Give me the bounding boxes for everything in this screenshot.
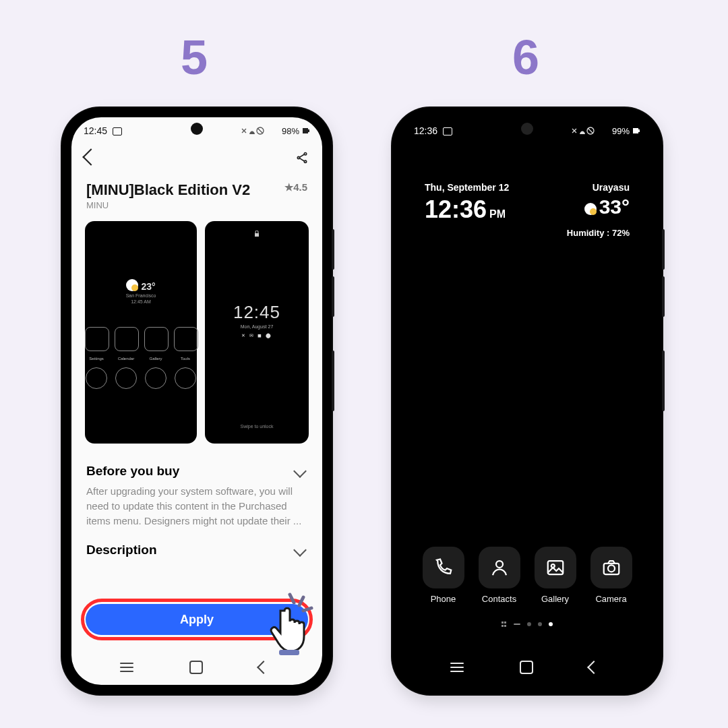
nav-recents[interactable]	[120, 663, 133, 672]
phone-step5: 12:45 98% [	[62, 108, 332, 694]
step-number-6: 6	[512, 30, 539, 85]
power-button	[662, 351, 665, 411]
svg-point-18	[608, 565, 615, 572]
svg-point-3	[304, 153, 306, 155]
nav-bar	[402, 650, 653, 685]
picture-icon	[113, 127, 122, 135]
city: San Francisco	[126, 293, 156, 298]
svg-line-8	[299, 597, 303, 605]
mini-apps: SettingsCalendarGalleryTools	[85, 327, 197, 361]
page-indicator[interactable]	[402, 621, 653, 627]
clock-widget[interactable]: Thu, September 12 12:36PM	[425, 182, 509, 238]
app-gallery[interactable]: Gallery	[535, 547, 576, 604]
dock: Phone Contacts Gallery Camera	[402, 547, 653, 604]
home-indicator	[514, 624, 520, 625]
share-icon[interactable]	[295, 151, 309, 168]
ampm-label: PM	[489, 208, 506, 220]
temp-label: 33°	[599, 195, 630, 218]
gallery-icon	[545, 557, 566, 578]
notif-icons: ✕ ✉ ◼ ⬤	[241, 333, 272, 338]
app-contacts[interactable]: Contacts	[479, 547, 520, 604]
battery-pct: 98%	[282, 126, 299, 136]
before-you-buy-title: Before you buy	[86, 464, 179, 479]
step-number-5: 5	[181, 30, 208, 85]
page-dot-active	[549, 622, 553, 626]
mini-dock	[86, 367, 196, 389]
nav-back[interactable]	[257, 661, 270, 674]
nav-recents[interactable]	[450, 663, 464, 672]
svg-rect-2	[308, 129, 309, 132]
svg-line-7	[290, 595, 294, 603]
picture-icon	[443, 127, 452, 135]
front-camera	[191, 123, 203, 135]
apply-highlight: Apply	[81, 599, 313, 640]
vendor: MINU	[71, 200, 322, 210]
apps-grid-icon	[502, 621, 507, 627]
nav-home[interactable]	[189, 661, 203, 674]
nav-home[interactable]	[520, 661, 533, 674]
nav-back[interactable]	[587, 661, 601, 674]
mini-clock: 12:45 AM	[131, 299, 151, 304]
weather-icon	[584, 203, 597, 215]
description-header[interactable]: Description	[71, 528, 322, 560]
svg-point-14	[496, 561, 503, 568]
svg-rect-15	[547, 561, 563, 574]
app-label: Camera	[595, 594, 626, 604]
phone-icon	[433, 557, 454, 578]
lock-date: Mon, August 27	[241, 324, 274, 329]
svg-line-9	[303, 608, 311, 611]
volume-down	[332, 276, 334, 317]
volume-up	[332, 229, 334, 270]
status-time: 12:45	[84, 125, 107, 136]
lock-icon	[253, 231, 260, 237]
volume-down	[662, 276, 665, 317]
location-label: Urayasu	[567, 182, 630, 193]
swipe-hint: Swipe to unlock	[240, 424, 273, 429]
page-dot	[527, 622, 531, 626]
svg-rect-6	[255, 233, 259, 237]
app-label: Gallery	[541, 594, 569, 604]
volume-up	[662, 229, 665, 270]
date-label: Thu, September 12	[425, 182, 509, 193]
nav-bar	[71, 650, 322, 685]
lock-clock: 12:45	[233, 302, 280, 323]
weather-icon	[126, 279, 138, 291]
app-camera[interactable]: Camera	[590, 547, 632, 604]
weather-widget[interactable]: Urayasu 33° Humidity : 72%	[567, 182, 630, 238]
status-icons	[570, 126, 609, 135]
svg-rect-12	[633, 128, 638, 133]
screenshot-row[interactable]: 23° San Francisco 12:45 AM SettingsCalen…	[71, 210, 322, 454]
front-camera	[521, 123, 533, 135]
battery-icon	[302, 127, 310, 135]
svg-rect-13	[638, 129, 640, 132]
rating: ★4.5	[284, 181, 307, 193]
back-icon[interactable]	[82, 148, 99, 165]
status-icons	[240, 126, 279, 135]
description-title: Description	[86, 543, 157, 557]
time-label: 12:36	[425, 195, 487, 223]
theme-title: [MINU]Black Edition V2	[86, 181, 250, 199]
battery-pct: 99%	[612, 126, 630, 136]
app-phone[interactable]: Phone	[423, 547, 464, 604]
humidity-label: Humidity : 72%	[567, 228, 630, 238]
chevron-down-icon	[293, 464, 307, 478]
camera-icon	[601, 557, 621, 578]
phone-step6: 12:36 99% Thu, September 12 12:36PM	[392, 108, 662, 694]
status-time: 12:36	[414, 125, 437, 136]
app-label: Phone	[431, 594, 456, 604]
power-button	[332, 351, 334, 411]
svg-rect-1	[303, 128, 308, 133]
battery-icon	[632, 127, 640, 135]
screenshot-lock: 12:45 Mon, August 27 ✕ ✉ ◼ ⬤ Swipe to un…	[205, 221, 309, 444]
svg-point-4	[297, 156, 299, 158]
app-label: Contacts	[482, 594, 516, 604]
svg-point-5	[304, 160, 306, 162]
chevron-down-icon	[293, 543, 307, 557]
before-you-buy-header[interactable]: Before you buy	[71, 454, 322, 481]
contacts-icon	[489, 557, 510, 578]
screenshot-home: 23° San Francisco 12:45 AM SettingsCalen…	[85, 221, 197, 444]
before-you-buy-body: After upgrading your system software, yo…	[71, 481, 322, 528]
page-dot	[538, 622, 542, 626]
